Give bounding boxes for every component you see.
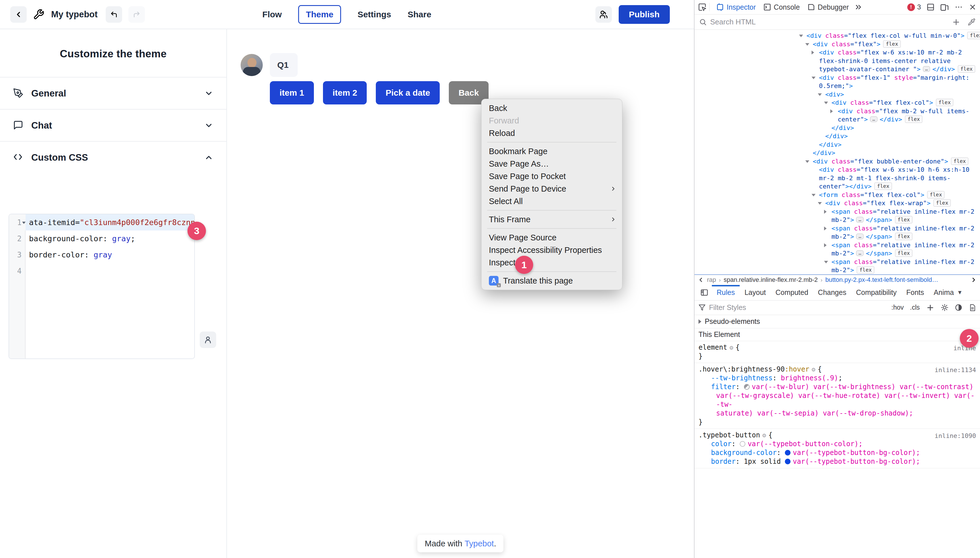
pseudo-elements-row[interactable]: Pseudo-elements (695, 315, 980, 328)
expand-arrow-icon[interactable] (799, 34, 803, 37)
eyedropper-icon[interactable] (968, 18, 975, 26)
menu-item-send-page-to-device[interactable]: Send Page to Device (481, 182, 622, 195)
markup-node[interactable]: <div class="flex flex-col">flex (695, 98, 980, 107)
markup-node[interactable]: <span class="relative inline-flex mr-2 (695, 207, 980, 216)
fold-arrow-icon[interactable] (22, 222, 26, 224)
flex-badge[interactable]: flex (967, 32, 980, 39)
menu-item-reload[interactable]: Reload (481, 127, 622, 140)
panel-tab-anima[interactable]: Anima (929, 285, 959, 300)
markup-node[interactable]: <div class="flex w-6 xs:w-10 mr-2 mb-2 (695, 48, 980, 57)
flex-badge[interactable]: flex (934, 199, 951, 207)
panel-tab-computed[interactable]: Computed (771, 285, 813, 300)
choice-button-item-2[interactable]: item 2 (323, 81, 367, 105)
flex-badge[interactable]: flex (905, 115, 922, 123)
undo-button[interactable] (105, 6, 122, 23)
menu-item-inspect-accessibility-properties[interactable]: Inspect Accessibility Properties (481, 244, 622, 256)
collapsed-children-icon[interactable]: … (856, 217, 863, 223)
collapsed-children-icon[interactable]: … (870, 117, 878, 122)
split-console-icon[interactable] (927, 3, 935, 11)
breadcrumb-item[interactable]: span.relative.inline-flex.mr-2.mb-2 (723, 276, 817, 284)
markup-node[interactable]: <span class="relative inline-flex mr-2 (695, 258, 980, 266)
expand-arrow-icon[interactable] (805, 160, 809, 163)
light-theme-icon[interactable] (941, 304, 949, 311)
markup-node[interactable]: center">…</div>flex (695, 115, 980, 124)
panel-tab-layout[interactable]: Layout (740, 285, 771, 300)
blue-color-swatch[interactable] (785, 450, 791, 456)
devtools-tab-debugger[interactable]: Debugger (804, 0, 853, 14)
add-rule-icon[interactable] (926, 304, 935, 312)
expand-arrow-icon[interactable] (812, 51, 814, 54)
markup-node[interactable]: mb-2">flex (695, 266, 980, 274)
contrast-sim-icon[interactable] (955, 304, 962, 311)
more-tabs-icon[interactable] (854, 3, 863, 11)
breadcrumb-item[interactable]: button.py-2.px-4.text-left.font-semibold… (825, 276, 938, 284)
css-rule[interactable]: inline:1090.typebot-button⚙{color: var(-… (695, 429, 980, 468)
css-rule[interactable]: inlineelement⚙{} (695, 341, 980, 363)
flex-badge[interactable]: flex (951, 158, 968, 165)
markup-node[interactable]: <div class="flex w-6 xs:w-10 h-6 xs:h-10 (695, 166, 980, 174)
menu-item-back[interactable]: Back (481, 102, 622, 114)
search-html-bar[interactable]: Search HTML (695, 15, 980, 30)
flex-badge[interactable]: flex (927, 191, 944, 199)
rule-declaration[interactable]: color: var(--typebot-button-color); (698, 440, 976, 448)
filter-color-swatch[interactable] (744, 384, 749, 390)
rule-declaration[interactable]: var(--tw-grayscale) var(--tw-hue-rotate)… (698, 391, 976, 409)
expand-arrow-icon[interactable] (818, 202, 822, 205)
rule-declaration[interactable]: background-color: var(--typebot-button-b… (698, 448, 976, 457)
filter-styles-bar[interactable]: Filter Styles :hov .cls (695, 300, 980, 315)
flex-badge[interactable]: flex (895, 216, 912, 223)
expand-arrow-icon[interactable] (812, 77, 815, 79)
expand-arrow-icon[interactable] (812, 194, 815, 196)
expand-arrow-icon[interactable] (830, 109, 833, 113)
menu-item-translate-this-page[interactable]: AaTranslate this page (481, 274, 622, 287)
back-button[interactable] (10, 6, 27, 23)
menu-item-bookmark-page[interactable]: Bookmark Page (481, 145, 622, 158)
markup-node[interactable]: </div> (695, 141, 980, 149)
css-editor-line-2[interactable]: 2background-color: gray; (9, 230, 194, 247)
css-rule[interactable]: inline:1134.hover\:brightness-90:hover⚙{… (695, 363, 980, 429)
menu-item-save-page-as[interactable]: Save Page As… (481, 158, 622, 170)
publish-button[interactable]: Publish (619, 5, 670, 24)
expand-arrow-icon[interactable] (824, 210, 827, 214)
markup-node[interactable]: <div class="flex flex-wrap">flex (695, 199, 980, 207)
meatball-menu-icon[interactable] (954, 3, 963, 11)
crumb-scroll-right-icon[interactable] (970, 276, 977, 283)
menu-item-view-page-source[interactable]: View Page Source (481, 231, 622, 244)
collapsed-children-icon[interactable]: … (856, 250, 863, 256)
flex-badge[interactable]: flex (895, 233, 912, 240)
sidebar-toggle-icon[interactable] (700, 288, 708, 297)
markup-node[interactable]: <div class="flex bubble-enter-done">flex (695, 157, 980, 166)
collaborators-button[interactable] (595, 6, 612, 23)
menu-item-select-all[interactable]: Select All (481, 195, 622, 207)
markup-node[interactable]: <div class="flex flex-col w-full min-w-0… (695, 31, 980, 40)
toggle-class-button[interactable]: .cls (910, 304, 920, 311)
custom-css-editor[interactable]: 1ata-itemid="cl3iunm4p000f2e6gfr8cznnn"]… (8, 214, 195, 359)
devtools-tab-console[interactable]: Console (759, 0, 804, 14)
panel-tab-changes[interactable]: Changes (813, 285, 851, 300)
rule-origin-link[interactable]: inline:1134 (935, 366, 976, 374)
markup-node-selected[interactable]: <button class="py-2 px-4 text-left (695, 274, 980, 275)
markup-node[interactable]: </div> (695, 124, 980, 132)
css-editor-line-3[interactable]: 3border-color: gray (9, 247, 194, 263)
markup-node[interactable]: </div> (695, 132, 980, 141)
print-sim-icon[interactable] (968, 304, 976, 311)
markup-node[interactable]: <div class="flex mb-2 w-full items- (695, 107, 980, 115)
markup-node[interactable]: mb-2">…</span>flex (695, 233, 980, 241)
markup-node[interactable]: mb-2">…</span>flex (695, 249, 980, 258)
gear-icon[interactable]: ⚙ (727, 344, 735, 351)
section-custom-css[interactable]: Custom CSS (0, 141, 226, 173)
tab-share[interactable]: Share (408, 10, 431, 19)
markup-node[interactable]: <div> (695, 90, 980, 99)
collapsed-children-icon[interactable]: … (856, 234, 863, 239)
menu-item-inspect[interactable]: Inspect (481, 256, 622, 269)
expand-arrow-icon[interactable] (824, 261, 828, 263)
element-picker-icon[interactable] (698, 3, 707, 11)
tab-flow[interactable]: Flow (262, 10, 282, 19)
rule-declaration[interactable]: saturate) var(--tw-sepia) var(--tw-drop-… (698, 409, 976, 418)
section-general[interactable]: General (0, 77, 226, 109)
preview-runner-button[interactable] (200, 332, 216, 348)
markup-node[interactable]: <div class="flex">flex (695, 40, 980, 49)
panel-tab-rules[interactable]: Rules (712, 285, 740, 300)
made-with-badge[interactable]: Made with Typebot. (417, 535, 503, 552)
blue-color-swatch[interactable] (785, 459, 791, 464)
